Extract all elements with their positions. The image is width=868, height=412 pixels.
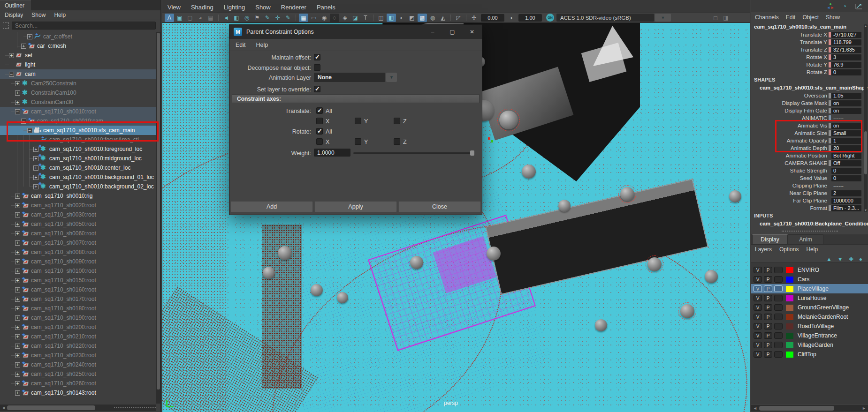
channel-animatic-position[interactable]: Animatic PositionBot Right <box>751 152 868 159</box>
channel-value[interactable]: ------ <box>831 183 861 189</box>
plugin-icon[interactable]: ◨ <box>721 14 731 22</box>
viewport-menu-lighting[interactable]: Lighting <box>224 4 245 11</box>
selected-node-name[interactable]: cam_sq1710_sh0010:sfs_cam_main <box>751 22 868 31</box>
tree-item-cam-sq1710-sh0160-root[interactable]: +cam_sq1710_sh0160:root <box>0 285 156 294</box>
expand-plus-icon[interactable]: + <box>15 212 20 217</box>
scroll-right-icon[interactable]: ► <box>860 406 868 411</box>
expand-plus-icon[interactable]: + <box>15 81 20 86</box>
channel-rotate-z[interactable]: Rotate Z0 <box>751 68 868 76</box>
layer-playback-toggle[interactable]: P <box>764 276 772 283</box>
tree-item-cam-sq1710-sh0050-root[interactable]: +cam_sq1710_sh0050:root <box>0 219 156 229</box>
graph-editor-icon[interactable] <box>854 2 863 10</box>
tree-item-ConstrainCam30[interactable]: +✱ConstrainCam30 <box>0 97 156 107</box>
channel-rotate-x[interactable]: Rotate X3 <box>751 53 868 61</box>
weight-slider[interactable] <box>353 152 474 154</box>
channel-value[interactable]: 118.799 <box>831 39 861 45</box>
maximize-button[interactable]: ▢ <box>442 25 462 39</box>
translate-x-checkbox[interactable] <box>316 118 323 124</box>
rotate-x-checkbox[interactable] <box>316 138 323 145</box>
pie-icon[interactable]: ◕ <box>196 14 205 22</box>
layer-visibility-toggle[interactable]: V <box>754 304 762 311</box>
scroll-down-icon[interactable]: ▼ <box>864 209 868 212</box>
layer-editor-menu-layers[interactable]: Layers <box>755 246 772 253</box>
channel-value[interactable]: 0 <box>831 175 861 181</box>
layer-playback-toggle[interactable]: P <box>764 351 772 358</box>
channel-value[interactable]: 3271.635 <box>831 47 861 53</box>
tree-item-cam-sq1710-sh0150-root[interactable]: +cam_sq1710_sh0150:root <box>0 276 156 285</box>
expand-plus-icon[interactable]: + <box>21 44 26 49</box>
layer-visibility-toggle[interactable]: V <box>754 314 762 320</box>
expand-plus-icon[interactable]: + <box>15 362 20 367</box>
layer-display-type-toggle[interactable] <box>774 285 783 292</box>
tree-item-cam-sq1710-sh0010-foreground-loc[interactable]: +✱◆cam_sq1710_sh0010:foreground_loc <box>0 144 156 154</box>
layer-row-villageentrance[interactable]: VPVillageEntrance <box>751 331 868 340</box>
channel-value[interactable]: Bot Right <box>831 153 861 159</box>
select-highlight-icon[interactable]: A <box>165 14 174 22</box>
layer-row-villagegarden[interactable]: VPVillageGarden <box>751 340 868 350</box>
layer-playback-toggle[interactable]: P <box>764 332 772 339</box>
channel-far-clip-plane[interactable]: Far Clip Plane1000000 <box>751 197 868 204</box>
lights-icon[interactable]: ◩ <box>407 14 417 22</box>
color-management-on-toggle[interactable]: ON <box>546 14 554 22</box>
tree-item-cam-sq1710-sh0080-root[interactable]: +cam_sq1710_sh0080:root <box>0 247 156 257</box>
channel-value[interactable]: Film - 2.3... <box>831 205 861 211</box>
tree-item-Cam250Constrain[interactable]: +✱Cam250Constrain <box>0 79 156 88</box>
layer-row-melaniegardenroot[interactable]: VPMelanieGardenRoot <box>751 312 868 322</box>
channel-value[interactable]: 20 <box>831 145 861 151</box>
tree-item-cam-sq1710-sh0060-root[interactable]: +cam_sq1710_sh0060:root <box>0 229 156 238</box>
tab-anim[interactable]: Anim <box>788 234 823 244</box>
tree-item-cam-sq1710-sh0010-rig[interactable]: +cam_sq1710_sh0010:rig <box>0 191 156 201</box>
layer-display-type-toggle[interactable] <box>774 332 783 339</box>
translate-z-checkbox[interactable] <box>394 118 400 124</box>
viewport-menu-shading[interactable]: Shading <box>191 4 213 11</box>
shape-node-name[interactable]: cam_sq1710_sh0010:sfs_cam_mainShape <box>751 83 868 92</box>
exposure-icon[interactable]: ✣ <box>469 14 479 22</box>
expand-plus-icon[interactable]: + <box>15 240 20 246</box>
colorspace-dropdown-arrow-icon[interactable]: ▼ <box>655 14 671 22</box>
expand-plus-icon[interactable]: + <box>15 390 20 396</box>
camera-attributes-icon[interactable]: ◎ <box>242 14 251 22</box>
scroll-thumb[interactable] <box>7 405 95 410</box>
channel-value[interactable]: 0 <box>831 69 861 75</box>
layer-row-roadtovillage[interactable]: VPRoadToVillage <box>751 322 868 331</box>
collapse-minus-icon[interactable]: − <box>9 72 14 77</box>
layer-row-enviro[interactable]: VPENVIRO <box>751 265 868 275</box>
tree-item-cam-sq1710-sh0010-center-loc[interactable]: +✱◆cam_sq1710_sh0010:center_loc <box>0 163 156 172</box>
channel-box-menu-object[interactable]: Object <box>802 14 819 21</box>
layer-visibility-toggle[interactable]: V <box>754 276 762 283</box>
weight-slider-handle[interactable] <box>470 150 474 156</box>
layer-visibility-toggle[interactable]: V <box>754 342 762 348</box>
channel-value[interactable]: on <box>831 100 861 106</box>
channel-value[interactable]: 0 <box>831 168 861 174</box>
layer-playback-toggle[interactable]: P <box>764 304 772 311</box>
layer-visibility-toggle[interactable]: V <box>754 332 762 339</box>
panel-splitter[interactable] <box>751 228 868 234</box>
film-gate-icon[interactable]: ▭ <box>309 14 319 22</box>
new-empty-layer-icon[interactable]: ✚ <box>849 256 853 262</box>
tree-item-set[interactable]: +set <box>0 51 156 60</box>
outliner-tab[interactable]: Outliner <box>0 0 31 10</box>
grease-pencil-icon[interactable]: ✎ <box>283 14 293 22</box>
frame-object-icon[interactable]: ▣ <box>175 14 184 22</box>
tree-item-cam-sq1710-sh0010-midground-loc[interactable]: +✱◆cam_sq1710_sh0010:midground_loc <box>0 154 156 163</box>
image-plane-icon[interactable]: ✎ <box>263 14 272 22</box>
channel-translate-z[interactable]: Translate Z3271.635 <box>751 46 868 53</box>
expand-plus-icon[interactable]: + <box>33 165 38 171</box>
layer-color-swatch[interactable] <box>786 352 793 358</box>
shadows-icon[interactable]: ▩ <box>418 14 427 22</box>
channel-seed-value[interactable]: Seed Value0 <box>751 174 868 182</box>
layer-playback-toggle[interactable]: P <box>764 285 772 292</box>
layer-row-cars[interactable]: VPCars <box>751 275 868 284</box>
layer-editor-horizontal-scrollbar[interactable]: ◄ ► <box>751 405 868 412</box>
dialog-menu-help[interactable]: Help <box>256 42 268 48</box>
isolate-select-icon[interactable]: ◸ <box>454 14 463 22</box>
pan-zoom-icon[interactable]: ✛ <box>273 14 282 22</box>
layer-row-placevillage[interactable]: VPPlaceVillage <box>751 284 868 293</box>
tree-item-cam[interactable]: −cam <box>0 69 156 79</box>
tree-item-cam-sq1710-sh0180-root[interactable]: +cam_sq1710_sh0180:root <box>0 304 156 313</box>
exposure-field[interactable]: 0.00 <box>481 14 504 22</box>
layer-playback-toggle[interactable]: P <box>764 267 772 273</box>
expand-plus-icon[interactable]: + <box>15 90 20 96</box>
tree-item-cam-sq1710-sh0010-background-01-loc[interactable]: +✱◆cam_sq1710_sh0010:background_01_loc <box>0 172 156 182</box>
layer-playback-toggle[interactable]: P <box>764 314 772 320</box>
